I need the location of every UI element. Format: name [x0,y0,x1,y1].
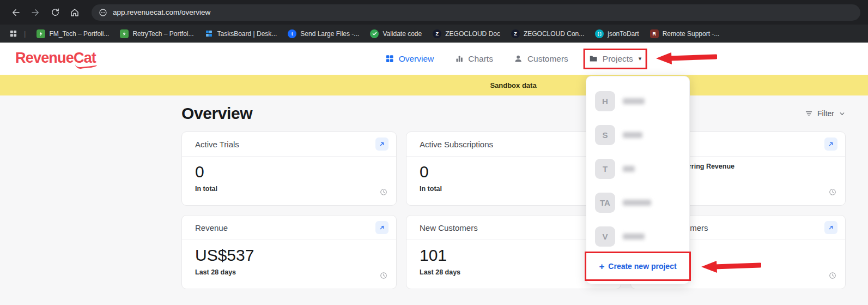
project-menu-item[interactable]: S [586,118,689,152]
bookmarks-separator: | [24,29,26,38]
site-info-icon [99,8,107,17]
arrow-up-right-icon [828,224,834,231]
sandbox-banner: Sandbox data [0,75,868,95]
nav-item-charts[interactable]: Charts [454,54,493,64]
project-avatar: T [595,159,615,179]
bookmark-label: FM_Tech – Portfoli... [49,30,109,38]
card-title: New Customers [420,223,478,232]
stat-card-revenue: Revenue US$537 Last 28 days [181,215,397,289]
forward-button[interactable] [27,4,44,21]
bookmark-item[interactable]: { } jsonToDart [590,27,644,40]
open-chart-button[interactable] [824,221,837,234]
projects-dropdown-menu: H S T TA V + Create new project [586,76,690,284]
bookmark-label: Validate code [383,30,422,38]
project-menu-item[interactable]: T [586,152,689,186]
bar-chart-icon [454,54,464,63]
folder-icon [589,54,598,63]
create-new-project-label: Create new project [608,262,676,271]
bookmark-item[interactable]: TasksBoard | Desk... [199,27,282,40]
bookmark-label: TasksBoard | Desk... [217,30,277,38]
page-title: Overview [181,104,252,123]
project-menu-item[interactable]: V [586,219,689,253]
card-title: Revenue [195,223,228,232]
nav-label: Customers [527,54,568,64]
project-avatar: V [595,226,615,247]
bookmark-item[interactable]: t Send Large Files -... [282,27,365,40]
plus-icon: + [599,262,604,271]
filter-dropdown[interactable]: Filter [805,109,846,118]
card-value: US$537 [195,246,396,265]
nav-item-customers[interactable]: Customers [514,54,568,64]
back-button[interactable] [8,4,24,21]
arrow-up-right-icon [379,141,385,147]
apps-grid-button[interactable] [7,27,20,40]
card-subtitle: In total [195,185,396,193]
annotation-arrow-projects [655,51,717,66]
open-chart-button[interactable] [824,137,837,151]
arrow-up-right-icon [379,224,385,231]
bookmark-item[interactable]: Z ZEGOCLOUD Con... [506,27,590,40]
bookmark-label: Send Large Files -... [300,30,359,38]
clock-icon [829,188,836,198]
clock-icon [829,272,836,282]
nav-item-projects[interactable]: Projects ▾ [589,54,642,64]
lightning-favicon-icon [120,29,129,38]
clock-icon [380,188,387,198]
zegocloud-favicon-icon: Z [433,29,441,38]
bookmark-item[interactable]: RetryTech – Portfol... [114,27,199,40]
bookmark-item[interactable]: FM_Tech – Portfoli... [31,27,114,40]
apps-grid-icon [9,29,17,38]
reload-icon [51,8,60,17]
bookmarks-bar: | FM_Tech – Portfoli... RetryTech – Port… [0,25,868,43]
open-chart-button[interactable] [375,137,389,151]
app-header: RevenueCat Overview Charts Customers Pro… [0,43,868,75]
project-avatar: TA [595,193,615,213]
filter-icon [805,110,813,118]
url-text: app.revenuecat.com/overview [113,8,210,16]
clock-icon [380,272,387,282]
chevron-down-icon: ▾ [639,55,642,62]
lightning-favicon-icon [37,29,45,38]
revenuecat-logo[interactable]: RevenueCat [15,50,96,67]
card-subtitle: Last 28 days [195,268,396,276]
remote-favicon-icon: R [650,29,659,38]
bookmark-item[interactable]: Validate code [365,27,427,40]
bookmark-item[interactable]: R Remote Support -... [645,27,725,40]
filter-label: Filter [817,109,834,118]
create-new-project-button[interactable]: + Create new project [586,253,689,279]
bookmark-item[interactable]: Z ZEGOCLOUD Doc [427,27,506,40]
nav-item-overview[interactable]: Overview [385,54,434,64]
browser-toolbar: app.revenuecat.com/overview [0,0,868,25]
overview-grid-icon [385,54,394,63]
annotation-arrow-create-project [700,259,761,274]
open-chart-button[interactable] [375,221,389,234]
card-title: Active Trials [195,140,239,149]
grid-favicon-icon [204,29,213,38]
project-menu-item[interactable]: H [586,84,689,118]
zegocloud-favicon-icon: Z [511,29,520,38]
chevron-down-icon [839,110,846,117]
nav-label: Charts [468,54,493,64]
sandbox-banner-text: Sandbox data [490,81,536,89]
person-icon [514,54,523,63]
stat-card-active-trials: Active Trials 0 In total [181,131,397,206]
forward-icon [31,8,40,17]
project-menu-item[interactable]: TA [586,186,689,219]
address-bar[interactable]: app.revenuecat.com/overview [92,4,860,21]
project-avatar: S [595,125,615,145]
project-name-blurred [623,98,645,104]
bookmark-label: ZEGOCLOUD Doc [445,30,500,38]
project-name-blurred [623,234,645,240]
project-avatar: H [595,91,615,111]
project-name-blurred [623,132,642,138]
nav-label: Projects [603,54,633,64]
project-name-blurred [623,200,651,206]
home-button[interactable] [66,4,83,21]
check-favicon-icon [370,29,379,38]
json-favicon-icon: { } [595,29,604,38]
card-title: Active Subscriptions [420,140,493,149]
letter-t-favicon-icon: t [288,29,296,38]
card-value: 0 [195,163,396,181]
project-name-blurred [623,166,635,172]
reload-button[interactable] [47,4,63,21]
